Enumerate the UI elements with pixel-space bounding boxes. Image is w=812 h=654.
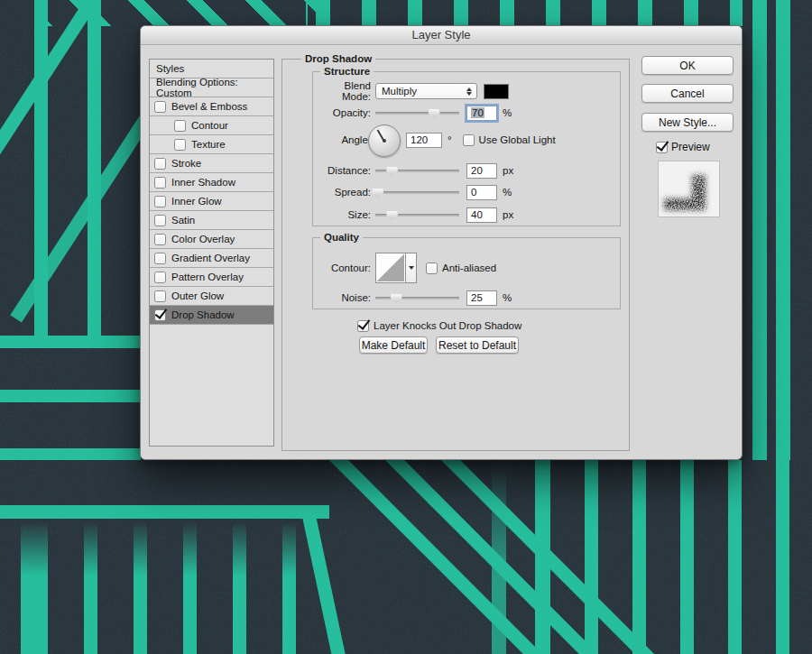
distance-label: Distance: [313, 165, 371, 176]
use-global-light-checkbox[interactable] [463, 134, 475, 146]
angle-dial[interactable] [368, 124, 401, 157]
make-default-button[interactable]: Make Default [359, 336, 428, 354]
distance-value: 20 [471, 165, 483, 176]
contour-dropdown-button[interactable] [406, 253, 417, 283]
sidebar-item-outer-glow[interactable]: Outer Glow [150, 287, 273, 306]
contour-thumbnail[interactable] [375, 253, 406, 283]
structure-group: Structure Blend Mode: Multiply Opacity: [312, 71, 621, 226]
noise-value: 25 [471, 292, 483, 303]
chevron-down-icon [409, 266, 414, 270]
bg-top-vertical-stripes [306, 0, 743, 26]
opacity-slider[interactable] [375, 106, 459, 119]
structure-legend: Structure [320, 66, 374, 77]
opacity-unit: % [503, 107, 512, 118]
outer-glow-checkbox[interactable] [154, 290, 166, 302]
sidebar-item-satin[interactable]: Satin [150, 211, 273, 230]
sidebar-item-color-overlay[interactable]: Color Overlay [150, 230, 273, 249]
preview-toggle-row: Preview [656, 141, 710, 153]
spread-field[interactable]: 0 [466, 185, 497, 200]
reset-to-default-button[interactable]: Reset to Default [436, 336, 519, 354]
opacity-label: Opacity: [313, 107, 371, 118]
distance-unit: px [503, 165, 513, 176]
angle-value: 120 [411, 134, 428, 145]
dialog-titlebar[interactable]: Layer Style [141, 26, 742, 45]
use-global-light-label: Use Global Light [479, 134, 556, 145]
sidebar-item-blending-options[interactable]: Blending Options: Custom [150, 78, 273, 97]
size-value: 40 [471, 209, 483, 220]
bg-left-band-2 [0, 390, 141, 402]
sidebar-item-label: Contour [191, 120, 228, 131]
contour-linear-icon [377, 254, 404, 281]
color-overlay-checkbox[interactable] [154, 234, 166, 245]
sidebar-item-label: Color Overlay [171, 234, 235, 244]
sidebar-item-texture[interactable]: Texture [150, 135, 273, 154]
gradient-overlay-checkbox[interactable] [154, 253, 166, 264]
distance-slider[interactable] [375, 164, 459, 177]
stepper-arrows-icon [464, 84, 474, 98]
new-style-label: New Style... [659, 116, 716, 129]
make-default-label: Make Default [362, 339, 426, 352]
preview-checkbox[interactable] [656, 142, 668, 153]
ok-label: OK [679, 60, 695, 72]
reset-to-default-label: Reset to Default [438, 339, 516, 352]
quality-group: Quality Contour: Anti-aliased Noise: [312, 237, 621, 309]
size-slider[interactable] [375, 208, 459, 221]
sidebar-item-inner-shadow[interactable]: Inner Shadow [150, 173, 273, 192]
sidebar-item-drop-shadow[interactable]: Drop Shadow [150, 306, 273, 325]
styles-list: Styles Blending Options: Custom Bevel & … [149, 59, 274, 447]
size-field[interactable]: 40 [466, 207, 497, 223]
sidebar-item-inner-glow[interactable]: Inner Glow [150, 192, 273, 211]
slider-thumb[interactable] [386, 166, 398, 176]
spread-label: Spread: [313, 187, 371, 198]
cancel-button[interactable]: Cancel [641, 84, 734, 103]
angle-label: Angle: [313, 134, 371, 145]
contour-checkbox[interactable] [174, 120, 186, 132]
sidebar-item-label: Bevel & Emboss [171, 101, 247, 112]
bevel-emboss-checkbox[interactable] [154, 101, 166, 113]
slider-thumb[interactable] [391, 293, 402, 303]
sidebar-item-label: Blending Options: Custom [156, 77, 273, 98]
cancel-label: Cancel [670, 88, 704, 100]
ok-button[interactable]: OK [641, 56, 734, 75]
sidebar-item-gradient-overlay[interactable]: Gradient Overlay [150, 249, 273, 268]
sidebar-item-pattern-overlay[interactable]: Pattern Overlay [150, 268, 273, 287]
layer-knocks-out-label: Layer Knocks Out Drop Shadow [374, 320, 521, 331]
sidebar-item-label: Inner Glow [171, 196, 222, 207]
shadow-color-swatch[interactable] [484, 84, 509, 99]
texture-checkbox[interactable] [174, 139, 186, 151]
sidebar-item-styles[interactable]: Styles [150, 60, 273, 78]
stroke-checkbox[interactable] [154, 158, 166, 170]
slider-thumb[interactable] [372, 188, 383, 198]
anti-aliased-checkbox[interactable] [426, 263, 438, 274]
size-unit: px [503, 209, 513, 220]
noise-label: Noise: [313, 292, 371, 303]
bg-left-band-1 [0, 336, 141, 348]
noise-field[interactable]: 25 [466, 290, 497, 306]
opacity-field[interactable]: 70 [466, 106, 497, 121]
opacity-value: 70 [471, 107, 484, 118]
sidebar-item-contour[interactable]: Contour [150, 116, 273, 135]
noise-slider[interactable] [375, 291, 459, 304]
drop-shadow-checkbox[interactable] [154, 309, 166, 321]
distance-field[interactable]: 20 [466, 163, 497, 179]
sidebar-item-stroke[interactable]: Stroke [150, 154, 273, 173]
inner-shadow-checkbox[interactable] [154, 177, 166, 189]
blend-mode-dropdown[interactable]: Multiply [375, 83, 477, 99]
slider-thumb[interactable] [429, 108, 440, 118]
sidebar-item-bevel-emboss[interactable]: Bevel & Emboss [150, 97, 273, 116]
size-label: Size: [313, 209, 371, 220]
inner-glow-checkbox[interactable] [154, 196, 166, 207]
slider-thumb[interactable] [386, 210, 398, 220]
new-style-button[interactable]: New Style... [641, 113, 734, 132]
bg-right-vertical-stripes [743, 0, 812, 460]
sidebar-item-label: Texture [191, 139, 226, 150]
angle-field[interactable]: 120 [406, 133, 442, 148]
satin-checkbox[interactable] [154, 215, 166, 226]
pattern-overlay-checkbox[interactable] [154, 272, 166, 283]
layer-style-dialog: Layer Style Styles Blending Options: Cus… [140, 25, 743, 460]
sidebar-item-label: Gradient Overlay [171, 253, 250, 263]
layer-knocks-out-checkbox[interactable] [357, 320, 369, 332]
panel-legend: Drop Shadow [301, 53, 375, 64]
angle-unit: ° [448, 134, 452, 145]
spread-slider[interactable] [375, 186, 459, 198]
